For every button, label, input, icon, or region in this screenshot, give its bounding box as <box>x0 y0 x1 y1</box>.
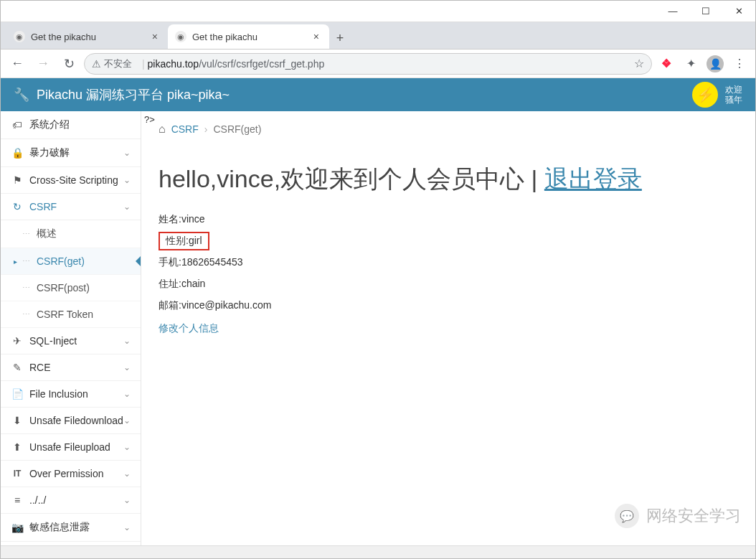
caret-right-icon: ▸ <box>14 258 17 266</box>
file-icon: 📄 <box>11 388 24 400</box>
download-icon: ⬇ <box>11 415 24 426</box>
window-maximize-button[interactable]: ☐ <box>689 1 722 22</box>
tag-icon: 🏷 <box>11 119 24 131</box>
tab-title: Get the pikachu <box>31 32 96 42</box>
chevron-down-icon: ⌄ <box>123 495 131 505</box>
sidebar-subitem-csrf-token[interactable]: ⋯ CSRF Token <box>1 301 141 328</box>
reload-button[interactable]: ↻ <box>58 53 80 75</box>
sidebar-item-sql[interactable]: ✈ SQL-Inject ⌄ <box>1 328 141 354</box>
camera-icon: 📷 <box>11 522 24 533</box>
sidebar-subitem-label: CSRF(get) <box>37 255 85 267</box>
plane-icon: ✈ <box>11 335 24 347</box>
sidebar-item-fileinclusion[interactable]: 📄 File Inclusion ⌄ <box>1 381 141 408</box>
breadcrumb-separator: › <box>204 123 208 135</box>
sidebar-item-label: ../../ <box>29 494 46 506</box>
profile-phone: 手机:18626545453 <box>159 252 738 273</box>
logout-link[interactable]: 退出登录 <box>544 165 642 192</box>
pencil-icon: ✎ <box>11 362 24 373</box>
security-warning-icon: ⚠ 不安全 <box>92 57 136 70</box>
home-icon[interactable]: ⌂ <box>159 123 166 136</box>
sidebar-item-label: Cross-Site Scripting <box>29 174 118 186</box>
security-text: 不安全 <box>104 57 132 70</box>
browser-window: — ☐ ✕ ◉ Get the pikachu × ◉ Get the pika… <box>0 0 756 559</box>
sidebar-item-pathtraversal[interactable]: ≡ ../../ ⌄ <box>1 487 141 514</box>
wrench-icon: 🔧 <box>14 87 29 103</box>
sidebar-subitem-label: CSRF Token <box>37 309 93 320</box>
window-titlebar: — ☐ ✕ <box>1 1 755 22</box>
text-icon: IT <box>11 469 24 479</box>
sidebar-item-label: Unsafe Fileupload <box>29 441 110 453</box>
sidebar-item-label: 敏感信息泄露 <box>29 521 90 534</box>
url-text: pikachu.top/vul/csrf/csrfget/csrf_get.ph… <box>148 58 630 70</box>
breadcrumb-current: CSRF(get) <box>213 123 261 135</box>
sidebar-item-label: Over Permission <box>29 468 103 479</box>
sidebar-subitem-label: 概述 <box>37 227 57 240</box>
tree-connector-icon: ⋯ <box>22 257 32 266</box>
sidebar-item-intro[interactable]: 🏷 系统介绍 <box>1 111 141 139</box>
profile-avatar-icon[interactable]: 👤 <box>705 54 725 74</box>
main-content: ?> ⌂ CSRF › CSRF(get) hello,vince,欢迎来到个人… <box>141 111 755 545</box>
browser-tab[interactable]: ◉ Get the pikachu × <box>6 24 168 49</box>
app-body: 🏷 系统介绍 🔒 暴力破解 ⌄ ⚑ Cross-Site Scripting ⌄… <box>1 111 755 545</box>
sidebar-item-overpermission[interactable]: IT Over Permission ⌄ <box>1 461 141 487</box>
sidebar: 🏷 系统介绍 🔒 暴力破解 ⌄ ⚑ Cross-Site Scripting ⌄… <box>1 111 141 545</box>
tab-close-icon[interactable]: × <box>311 31 322 42</box>
sidebar-item-xss[interactable]: ⚑ Cross-Site Scripting ⌄ <box>1 167 141 194</box>
sidebar-subitems-csrf: ⋯ 概述 ▸ ⋯ CSRF(get) ⋯ CSRF(post) ⋯ CSRF T… <box>1 220 141 328</box>
app-title: Pikachu 漏洞练习平台 pika~pika~ <box>37 86 692 103</box>
extensions-puzzle-icon[interactable]: ✦ <box>681 54 701 74</box>
sidebar-item-label: File Inclusion <box>29 388 88 400</box>
tab-title: Get the pikachu <box>192 32 257 42</box>
list-icon: ≡ <box>11 494 24 506</box>
sidebar-item-fileupload[interactable]: ⬆ Unsafe Fileupload ⌄ <box>1 434 141 461</box>
browser-tabbar: ◉ Get the pikachu × ◉ Get the pikachu × … <box>1 22 755 50</box>
breadcrumb-link-csrf[interactable]: CSRF <box>171 123 199 135</box>
browser-tab-active[interactable]: ◉ Get the pikachu × <box>168 24 329 49</box>
sidebar-item-label: 暴力破解 <box>29 146 70 159</box>
lock-icon: 🔒 <box>11 147 24 159</box>
profile-name: 姓名:vince <box>159 209 738 230</box>
sidebar-item-filedownload[interactable]: ⬇ Unsafe Filedownload ⌄ <box>1 408 141 434</box>
watermark-text: 网络安全学习 <box>646 505 741 527</box>
chevron-down-icon: ⌄ <box>123 442 131 452</box>
tree-connector-icon: ⋯ <box>22 283 32 293</box>
extension-icon[interactable]: ❖ <box>656 54 676 74</box>
sidebar-item-rce[interactable]: ✎ RCE ⌄ <box>1 354 141 381</box>
pikachu-avatar-icon: ⚡ <box>692 82 718 108</box>
browser-toolbar: ← → ↻ ⚠ 不安全 | pikachu.top/vul/csrf/csrfg… <box>1 50 755 78</box>
chevron-down-icon: ⌄ <box>123 148 131 158</box>
chevron-down-icon: ⌄ <box>123 175 131 185</box>
sidebar-item-csrf[interactable]: ↻ CSRF ⌄ <box>1 194 141 220</box>
bookmark-star-icon[interactable]: ☆ <box>634 57 644 70</box>
profile-panel: hello,vince,欢迎来到个人会员中心 | 退出登录 姓名:vince 性… <box>141 143 755 342</box>
sidebar-subitem-csrf-get[interactable]: ▸ ⋯ CSRF(get) <box>1 248 141 275</box>
new-tab-button[interactable]: + <box>329 27 351 49</box>
page-title: hello,vince,欢迎来到个人会员中心 | 退出登录 <box>159 163 738 196</box>
address-bar[interactable]: ⚠ 不安全 | pikachu.top/vul/csrf/csrfget/csr… <box>84 53 652 75</box>
sidebar-item-label: CSRF <box>29 201 57 212</box>
sidebar-item-infoleak[interactable]: 📷 敏感信息泄露 ⌄ <box>1 514 141 542</box>
back-button[interactable]: ← <box>6 53 28 75</box>
upload-icon: ⬆ <box>11 441 24 453</box>
window-minimize-button[interactable]: — <box>656 1 689 22</box>
browser-menu-icon[interactable]: ⋮ <box>729 54 750 74</box>
chevron-down-icon: ⌄ <box>123 469 131 479</box>
sidebar-subitem-overview[interactable]: ⋯ 概述 <box>1 220 141 248</box>
sidebar-item-bruteforce[interactable]: 🔒 暴力破解 ⌄ <box>1 139 141 167</box>
sidebar-subitem-csrf-post[interactable]: ⋯ CSRF(post) <box>1 275 141 301</box>
sidebar-item-label: SQL-Inject <box>29 335 77 347</box>
edit-profile-link[interactable]: 修改个人信息 <box>159 316 219 335</box>
header-welcome-text: 欢迎 骚年 <box>725 85 742 105</box>
refresh-icon: ↻ <box>11 201 24 212</box>
chevron-down-icon: ⌄ <box>123 362 131 372</box>
window-close-button[interactable]: ✕ <box>722 1 755 22</box>
sidebar-item-label: Unsafe Filedownload <box>29 415 123 426</box>
horizontal-scrollbar[interactable] <box>1 545 755 558</box>
globe-icon: ◉ <box>175 31 186 42</box>
sidebar-item-label: 系统介绍 <box>29 118 70 131</box>
chevron-down-icon: ⌄ <box>123 522 131 532</box>
sidebar-subitem-label: CSRF(post) <box>37 282 90 293</box>
sidebar-item-php-unserialize[interactable]: ≣ PHP反序列化 ⌄ <box>1 542 141 545</box>
tab-close-icon[interactable]: × <box>149 31 161 42</box>
stray-php-text: ?> <box>144 114 155 125</box>
